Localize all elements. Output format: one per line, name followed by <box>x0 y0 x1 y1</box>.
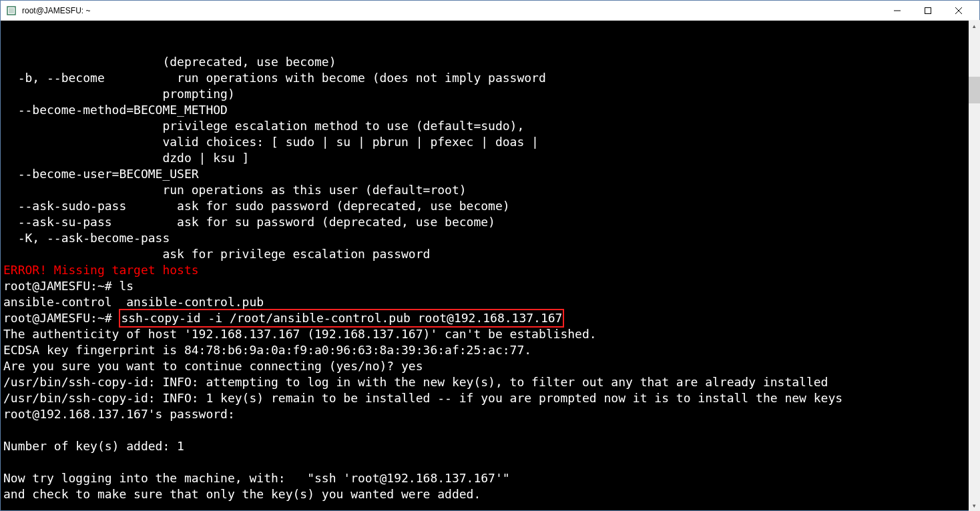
titlebar[interactable]: root@JAMESFU: ~ <box>1 1 979 21</box>
scroll-up-arrow[interactable]: ▴ <box>969 20 980 31</box>
terminal-line <box>3 422 965 438</box>
terminal-line: /usr/bin/ssh-copy-id: INFO: 1 key(s) rem… <box>3 390 965 406</box>
window-controls <box>882 1 974 21</box>
svg-rect-3 <box>925 7 931 13</box>
scroll-down-arrow[interactable]: ▾ <box>969 500 980 511</box>
terminal-line: valid choices: [ sudo | su | pbrun | pfe… <box>3 134 965 150</box>
close-button[interactable] <box>943 1 974 21</box>
terminal-line <box>3 454 965 470</box>
terminal-line: root@192.168.137.167's password: <box>3 406 965 422</box>
app-icon <box>6 5 17 16</box>
terminal-line: /usr/bin/ssh-copy-id: INFO: attempting t… <box>3 374 965 390</box>
scrollbar[interactable]: ▴ ▾ <box>969 20 980 511</box>
maximize-button[interactable] <box>913 1 943 21</box>
terminal-line: --become-method=BECOME_METHOD <box>3 102 965 118</box>
scroll-thumb[interactable] <box>969 77 980 103</box>
terminal-line: ERROR! Missing target hosts <box>3 262 965 278</box>
terminal-window: root@JAMESFU: ~ (deprecated, use become)… <box>0 0 980 511</box>
terminal-line: run operations as this user (default=roo… <box>3 182 965 198</box>
terminal-line: ECDSA key fingerprint is 84:78:b6:9a:0a:… <box>3 342 965 358</box>
terminal-line: privilege escalation method to use (defa… <box>3 118 965 134</box>
terminal-line: root@JAMESFU:~# ssh-copy-id -i /root/ans… <box>3 310 965 326</box>
terminal-line: ask for privilege escalation password <box>3 246 965 262</box>
terminal-line: -b, --become run operations with become … <box>3 70 965 86</box>
svg-rect-1 <box>9 8 14 13</box>
terminal-line: Number of key(s) added: 1 <box>3 438 965 454</box>
terminal-line <box>3 502 965 510</box>
terminal-area[interactable]: (deprecated, use become) -b, --become ru… <box>1 21 979 510</box>
terminal-line: root@JAMESFU:~# ls <box>3 278 965 294</box>
terminal-line: --ask-sudo-pass ask for sudo password (d… <box>3 198 965 214</box>
terminal-line: --ask-su-pass ask for su password (depre… <box>3 214 965 230</box>
terminal-line: The authenticity of host '192.168.137.16… <box>3 326 965 342</box>
minimize-button[interactable] <box>882 1 913 21</box>
window-title: root@JAMESFU: ~ <box>22 6 882 15</box>
terminal-line: dzdo | ksu ] <box>3 150 965 166</box>
terminal-line: (deprecated, use become) <box>3 54 965 70</box>
terminal-line: ansible-control ansible-control.pub <box>3 294 965 310</box>
terminal-line: Are you sure you want to continue connec… <box>3 358 965 374</box>
terminal-line: -K, --ask-become-pass <box>3 230 965 246</box>
highlighted-command: ssh-copy-id -i /root/ansible-control.pub… <box>119 309 564 328</box>
terminal-line: and check to make sure that only the key… <box>3 486 965 502</box>
terminal-line: prompting) <box>3 86 965 102</box>
terminal-line: --become-user=BECOME_USER <box>3 166 965 182</box>
terminal-line: Now try logging into the machine, with: … <box>3 470 965 486</box>
